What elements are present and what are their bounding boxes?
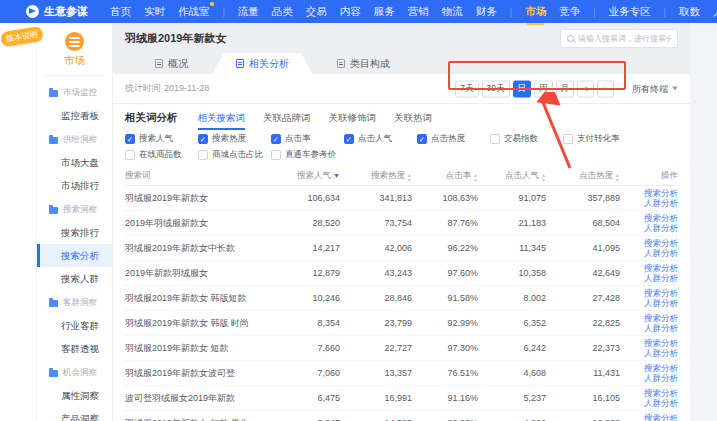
sidebar-item-search-audience[interactable]: 搜索人群: [37, 267, 112, 290]
metric-cell: 22,825: [546, 318, 620, 328]
column-label: 搜索人气: [297, 170, 331, 180]
metric-label: 交易指数: [504, 133, 538, 145]
search-analysis-link[interactable]: 搜索分析: [620, 288, 678, 298]
audience-analysis-link[interactable]: 人群分析: [620, 373, 678, 383]
sidebar-item-market-ranking[interactable]: 市场排行: [37, 174, 112, 197]
audience-analysis-link[interactable]: 人群分析: [620, 398, 678, 408]
column-header-search-popularity[interactable]: 搜索人气▼: [268, 170, 340, 182]
column-header-click-popularity[interactable]: 点击人气▲▼: [478, 170, 546, 182]
tab-related-modifier-terms[interactable]: 关联修饰词: [329, 108, 377, 129]
nav-item-realtime[interactable]: 实时: [144, 2, 165, 22]
metric-checkbox-click-popularity[interactable]: ✓点击人气: [344, 133, 417, 145]
nav-item-home[interactable]: 首页: [110, 2, 131, 22]
document-icon: [337, 59, 345, 68]
nav-item-data-export[interactable]: 取数: [679, 2, 700, 22]
audience-analysis-link[interactable]: 人群分析: [620, 273, 678, 283]
sort-desc-icon[interactable]: ▼: [333, 172, 340, 179]
nav-item-service[interactable]: 服务: [374, 2, 395, 22]
nav-item-competition[interactable]: 竞争: [559, 2, 580, 22]
nav-item-logistics[interactable]: 物流: [442, 2, 463, 22]
sidebar-item-product-insight[interactable]: 产品洞察: [37, 407, 112, 421]
sidebar-item-customer-perspective[interactable]: 客群透视: [37, 337, 112, 360]
nav-divider: |: [664, 7, 666, 17]
audience-analysis-link[interactable]: 人群分析: [620, 323, 678, 333]
sidebar-item-attribute-insight[interactable]: 属性洞察: [37, 384, 112, 407]
granularity-week-button[interactable]: 周: [534, 80, 553, 97]
search-input[interactable]: [578, 34, 671, 43]
tab-overview[interactable]: 概况: [131, 53, 212, 74]
sidebar-item-search-analysis[interactable]: 搜索分析: [37, 244, 112, 267]
metric-label: 点击热度: [431, 133, 465, 145]
metric-checkbox-ztc-reference-price[interactable]: 直通车参考价: [271, 149, 344, 161]
stat-time-value: 2019-11-28: [164, 83, 209, 93]
nav-item-finance[interactable]: 财务: [476, 2, 497, 22]
tab-related-analysis[interactable]: 相关分析: [212, 53, 313, 74]
granularity-month-button[interactable]: 月: [556, 80, 575, 97]
nav-item-business-zone[interactable]: 业务专区: [609, 2, 651, 22]
search-term-cell: 羽绒服2019年新款女: [125, 192, 268, 205]
sidebar-item-monitor-dashboard[interactable]: 监控看板: [37, 104, 112, 127]
keyword-search-box[interactable]: [560, 29, 678, 48]
metric-cell: 43,243: [340, 268, 412, 278]
search-analysis-link[interactable]: 搜索分析: [620, 313, 678, 323]
metric-checkbox-payment-conversion[interactable]: 支付转化率: [563, 133, 636, 145]
sidebar-item-industry-customers[interactable]: 行业客群: [37, 314, 112, 337]
metric-cell: 8,354: [268, 318, 340, 328]
search-term-cell: 羽绒服2019年新款女波司登: [125, 367, 268, 380]
range-button-30d[interactable]: 30天: [482, 80, 510, 97]
sidebar-item-market-overview[interactable]: 市场大盘: [37, 151, 112, 174]
search-analysis-link[interactable]: 搜索分析: [620, 338, 678, 348]
metric-cell: 27,428: [546, 293, 620, 303]
sidebar-item-search-ranking[interactable]: 搜索排行: [37, 221, 112, 244]
audience-analysis-link[interactable]: 人群分析: [620, 298, 678, 308]
prev-period-button[interactable]: <: [577, 80, 594, 97]
search-analysis-link[interactable]: 搜索分析: [620, 388, 678, 398]
search-analysis-link[interactable]: 搜索分析: [620, 213, 678, 223]
metric-checkbox-trade-index[interactable]: 交易指数: [490, 133, 563, 145]
actions-cell: 搜索分析人群分析: [620, 363, 678, 383]
nav-item-content[interactable]: 内容: [340, 2, 361, 22]
search-analysis-link[interactable]: 搜索分析: [620, 263, 678, 273]
metric-checkbox-click-heat[interactable]: ✓点击热度: [417, 133, 490, 145]
granularity-day-button[interactable]: 日: [513, 80, 532, 97]
column-header-search-heat[interactable]: 搜索热度▲▼: [340, 170, 412, 182]
audience-analysis-link[interactable]: 人群分析: [620, 198, 678, 208]
search-analysis-link[interactable]: 搜索分析: [620, 363, 678, 373]
search-term-cell: 波司登羽绒服女2019年新款: [125, 392, 268, 405]
next-period-button[interactable]: >: [597, 80, 614, 97]
tab-related-search-terms[interactable]: 相关搜索词: [198, 108, 246, 129]
nav-item-trade[interactable]: 交易: [306, 2, 327, 22]
tab-category-composition[interactable]: 类目构成: [313, 53, 414, 74]
nav-item-traffic[interactable]: 流量: [238, 2, 259, 22]
nav-item-audience-management[interactable]: 人群管理: [713, 2, 717, 22]
metric-checkbox-online-products[interactable]: 在线商品数: [125, 149, 198, 161]
tab-related-brand-terms[interactable]: 关联品牌词: [263, 108, 311, 129]
metric-checkbox-search-popularity[interactable]: ✓搜索人气: [125, 133, 198, 145]
terminal-filter-select[interactable]: 所有终端: [632, 82, 678, 95]
sidebar-product[interactable]: 市场: [37, 30, 112, 75]
audience-analysis-link[interactable]: 人群分析: [620, 348, 678, 358]
audience-analysis-link[interactable]: 人群分析: [620, 223, 678, 233]
nav-item-marketing[interactable]: 营销: [408, 2, 429, 22]
main-area: 羽绒服2019年新款女 概况相关分析类目构成 统计时间2019-11-28 7天…: [113, 23, 690, 421]
metric-cell: 22,727: [340, 343, 412, 353]
folder-icon: [49, 137, 58, 144]
tab-related-hot-terms[interactable]: 关联热词: [394, 108, 432, 129]
page-shell: 版本说明 市场 市场监控监控看板供给洞察市场大盘市场排行搜索洞察搜索排行搜索分析…: [0, 23, 717, 421]
nav-item-war-room[interactable]: 作战室: [178, 2, 210, 22]
audience-analysis-link[interactable]: 人群分析: [620, 248, 678, 258]
metric-checkbox-mall-click-share[interactable]: 商城点击占比: [198, 149, 271, 161]
actions-cell: 搜索分析人群分析: [620, 388, 678, 408]
metric-checkbox-search-heat[interactable]: ✓搜索热度: [198, 133, 271, 145]
column-header-click-rate[interactable]: 点击率▲▼: [412, 170, 478, 182]
chevron-down-icon: [672, 87, 678, 91]
metric-label: 在线商品数: [139, 149, 182, 161]
search-analysis-link[interactable]: 搜索分析: [620, 188, 678, 198]
column-header-click-heat[interactable]: 点击热度▲▼: [546, 170, 620, 182]
nav-item-category[interactable]: 品类: [272, 2, 293, 22]
search-analysis-link[interactable]: 搜索分析: [620, 238, 678, 248]
range-button-7d[interactable]: 7天: [455, 80, 478, 97]
metric-checkbox-click-rate[interactable]: ✓点击率: [271, 133, 344, 145]
search-analysis-link[interactable]: 搜索分析: [620, 413, 678, 421]
nav-item-market[interactable]: 市场: [525, 2, 546, 22]
